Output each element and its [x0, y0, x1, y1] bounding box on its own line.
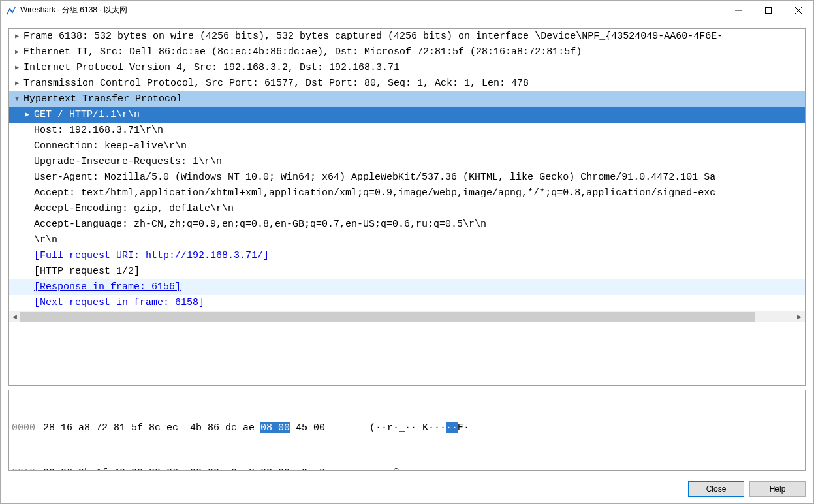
expand-icon[interactable]: ▶	[12, 29, 22, 44]
minimize-button[interactable]	[723, 1, 753, 20]
window-title: Wireshark · 分组 6138 · 以太网	[20, 5, 723, 16]
packet-details-pane[interactable]: ▶Frame 6138: 532 bytes on wire (4256 bit…	[8, 28, 806, 386]
tree-row-ethernet[interactable]: ▶Ethernet II, Src: Dell_86:dc:ae (8c:ec:…	[9, 44, 805, 60]
hex-row[interactable]: 000028 16 a8 72 81 5f 8c ec 4b 86 dc ae …	[12, 420, 802, 435]
tree-row-reqnum[interactable]: [HTTP request 1/2]	[9, 264, 805, 279]
scroll-right-icon[interactable]: ▶	[794, 311, 805, 323]
button-bar: Close Help	[1, 479, 813, 503]
packet-tree: ▶Frame 6138: 532 bytes on wire (4256 bit…	[9, 29, 805, 311]
tree-row-accept[interactable]: Accept: text/html,application/xhtml+xml,…	[9, 185, 805, 201]
tree-row-useragent[interactable]: User-Agent: Mozilla/5.0 (Windows NT 10.0…	[9, 170, 805, 185]
tree-row-nextreq[interactable]: [Next request in frame: 6158]	[9, 295, 805, 311]
scrollbar-thumb[interactable]	[20, 312, 755, 322]
tree-row-response[interactable]: [Response in frame: 6156]	[9, 279, 805, 295]
maximize-button[interactable]	[753, 1, 783, 20]
tree-row-acceptenc[interactable]: Accept-Encoding: gzip, deflate\r\n	[9, 201, 805, 217]
tree-row-fulluri[interactable]: [Full request URI: http://192.168.3.71/]	[9, 248, 805, 264]
tree-row-http[interactable]: ▼Hypertext Transfer Protocol	[9, 91, 805, 107]
tree-row-get[interactable]: ▶GET / HTTP/1.1\r\n	[9, 107, 805, 123]
content-area: ▶Frame 6138: 532 bytes on wire (4256 bit…	[1, 20, 813, 479]
expand-icon[interactable]: ▶	[12, 76, 22, 91]
tree-row-acceptlang[interactable]: Accept-Language: zh-CN,zh;q=0.9,en;q=0.8…	[9, 217, 805, 232]
tree-row-upgrade[interactable]: Upgrade-Insecure-Requests: 1\r\n	[9, 154, 805, 170]
close-window-button[interactable]	[783, 1, 813, 20]
expand-icon[interactable]: ▶	[22, 107, 33, 123]
tree-row-crlf[interactable]: \r\n	[9, 232, 805, 248]
help-button[interactable]: Help	[749, 481, 806, 497]
horizontal-scrollbar[interactable]: ◀ ▶	[9, 311, 805, 322]
wireshark-packet-window: Wireshark · 分组 6138 · 以太网 ▶Frame 6138: 5…	[0, 0, 814, 504]
svg-rect-1	[766, 7, 772, 13]
tree-row-frame[interactable]: ▶Frame 6138: 532 bytes on wire (4256 bit…	[9, 29, 805, 44]
scroll-left-icon[interactable]: ◀	[9, 311, 20, 323]
titlebar: Wireshark · 分组 6138 · 以太网	[1, 1, 813, 20]
hex-row[interactable]: 001002 06 9b 1f 40 00 80 06 00 00 c0 a8 …	[12, 465, 802, 471]
tree-row-host[interactable]: Host: 192.168.3.71\r\n	[9, 123, 805, 138]
scrollbar-track[interactable]	[20, 311, 794, 323]
close-button[interactable]: Close	[688, 481, 744, 497]
tree-row-ip[interactable]: ▶Internet Protocol Version 4, Src: 192.1…	[9, 60, 805, 76]
expand-icon[interactable]: ▶	[12, 60, 22, 76]
window-controls	[723, 1, 813, 20]
collapse-icon[interactable]: ▼	[12, 91, 22, 107]
tree-row-tcp[interactable]: ▶Transmission Control Protocol, Src Port…	[9, 76, 805, 91]
wireshark-icon	[6, 5, 16, 16]
packet-bytes-pane[interactable]: 000028 16 a8 72 81 5f 8c ec 4b 86 dc ae …	[8, 390, 806, 471]
tree-row-connection[interactable]: Connection: keep-alive\r\n	[9, 138, 805, 154]
expand-icon[interactable]: ▶	[12, 44, 22, 60]
